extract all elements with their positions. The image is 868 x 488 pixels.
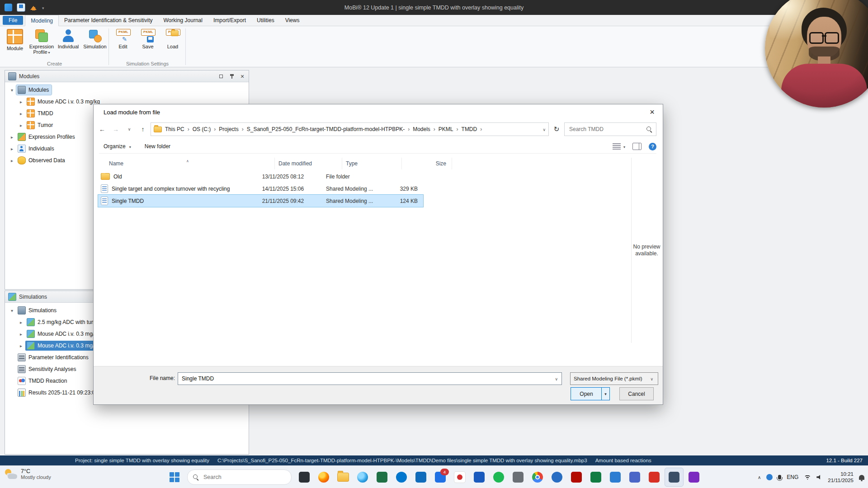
quick-save-icon[interactable] — [17, 3, 25, 12]
tree-item-modules-root[interactable]: Modules — [5, 84, 249, 96]
load-simulation-settings-button[interactable]: PKML Load — [160, 28, 185, 49]
chevron-expanded-icon[interactable] — [9, 308, 14, 313]
file-row-old[interactable]: Old 13/11/2025 08:12 File folder — [98, 170, 423, 183]
taskbar-app-q[interactable] — [685, 468, 703, 486]
chevron-collapsed-icon[interactable] — [19, 123, 24, 128]
wifi-icon[interactable] — [804, 474, 811, 480]
up-icon[interactable] — [137, 123, 149, 135]
individual-button[interactable]: Individual — [55, 28, 81, 56]
chevron-expanded-icon[interactable] — [9, 88, 14, 93]
taskbar-app-sheets[interactable] — [587, 468, 605, 486]
chevron-collapsed-icon[interactable] — [19, 320, 24, 325]
tab-modeling[interactable]: Modeling — [25, 15, 59, 26]
file-name-input[interactable] — [178, 375, 551, 382]
notification-bell-icon[interactable] — [859, 475, 864, 480]
quick-export-icon[interactable] — [30, 4, 38, 11]
tab-parameter-identification[interactable]: Parameter Identification & Sensitivity — [59, 15, 158, 26]
column-size[interactable]: Size — [402, 158, 452, 169]
language-indicator[interactable]: ENG — [787, 474, 798, 480]
quick-access-caret-icon[interactable] — [42, 5, 44, 11]
taskbar-app-phone-link[interactable]: 4 — [431, 468, 449, 486]
tab-file[interactable]: File — [3, 16, 23, 25]
chevron-collapsed-icon[interactable] — [19, 343, 24, 348]
dialog-search-box[interactable] — [564, 122, 656, 136]
back-icon[interactable] — [96, 123, 108, 135]
column-date-modified[interactable]: Date modified — [275, 158, 342, 169]
breadcrumb-pkml[interactable]: PKML — [435, 126, 457, 132]
chevron-collapsed-icon[interactable] — [9, 158, 14, 163]
panel-restore-icon[interactable] — [218, 74, 224, 79]
breadcrumb-os-c[interactable]: OS (C:) — [189, 126, 214, 132]
file-type-select[interactable]: Shared Modeling File (*.pkml) — [570, 372, 658, 385]
column-name[interactable]: Name — [98, 158, 275, 169]
open-split-dropdown-icon[interactable] — [601, 387, 610, 400]
help-icon[interactable] — [649, 143, 656, 150]
taskbar-app-firefox[interactable] — [315, 468, 333, 486]
taskbar-app-pdf[interactable] — [645, 468, 663, 486]
taskbar-app-edge[interactable] — [354, 468, 372, 486]
taskbar-app-excel[interactable] — [373, 468, 391, 486]
tab-working-journal[interactable]: Working Journal — [158, 15, 208, 26]
taskbar-app-blue[interactable] — [626, 468, 644, 486]
save-simulation-settings-button[interactable]: PKML Save — [136, 28, 160, 49]
tab-views[interactable]: Views — [280, 15, 305, 26]
simulation-button[interactable]: Simulation — [82, 28, 108, 56]
weather-widget[interactable]: 7°C Mostly cloudy — [5, 468, 51, 480]
forward-icon[interactable] — [110, 123, 122, 135]
dialog-close-icon[interactable] — [642, 105, 662, 119]
microphone-icon[interactable] — [778, 475, 781, 479]
taskbar-app-office[interactable] — [470, 468, 488, 486]
new-folder-button[interactable]: New folder — [140, 141, 175, 151]
chevron-collapsed-icon[interactable] — [19, 332, 24, 337]
tab-import-export[interactable]: Import/Export — [208, 15, 251, 26]
expression-profile-button[interactable]: Expression Profile — [28, 28, 55, 56]
taskbar-app-outlook[interactable] — [412, 468, 430, 486]
open-button[interactable]: Open — [571, 387, 602, 400]
taskbar-app-recording-active[interactable] — [665, 468, 684, 487]
dialog-search-input[interactable] — [568, 126, 644, 133]
module-button[interactable]: Module — [2, 28, 28, 56]
chevron-collapsed-icon[interactable] — [19, 111, 24, 116]
file-name-combobox[interactable] — [178, 372, 562, 385]
hidden-icons-chevron-icon[interactable] — [758, 474, 761, 480]
tab-utilities[interactable]: Utilities — [251, 15, 280, 26]
edit-simulation-settings-button[interactable]: PKML Edit — [111, 28, 135, 49]
file-row-single-tmdd-selected[interactable]: Single TMDD 21/11/2025 09:42 Shared Mode… — [98, 195, 423, 207]
cancel-button[interactable]: Cancel — [619, 387, 654, 400]
view-mode-button[interactable] — [613, 143, 625, 150]
taskbar-app-security[interactable] — [451, 468, 469, 486]
taskbar-app-file-explorer[interactable] — [334, 468, 352, 486]
panel-pin-icon[interactable] — [229, 74, 235, 79]
chevron-down-icon[interactable] — [551, 375, 561, 382]
breadcrumb-this-pc[interactable]: This PC — [162, 126, 188, 132]
preview-pane-divider[interactable] — [631, 158, 632, 343]
taskbar-clock[interactable]: 10:21 21/11/2025 — [828, 471, 854, 483]
taskbar-app-r[interactable] — [548, 468, 566, 486]
breadcrumb-project-folder[interactable]: S_Sanofi_P25-050_FcRn-target-TMDD-platfo… — [244, 126, 408, 132]
taskbar-app-spotify[interactable] — [490, 468, 508, 486]
breadcrumb-tmdd[interactable]: TMDD — [458, 126, 481, 132]
address-dropdown-icon[interactable] — [542, 126, 546, 132]
chevron-collapsed-icon[interactable] — [9, 135, 14, 140]
breadcrumb-models[interactable]: Models — [410, 126, 434, 132]
taskbar-app-camera[interactable] — [509, 468, 527, 486]
taskbar-search-input[interactable] — [203, 474, 286, 481]
taskbar-app-acrobat[interactable] — [567, 468, 585, 486]
tray-app-icon[interactable] — [766, 474, 773, 480]
recent-locations-icon[interactable] — [123, 123, 135, 135]
taskbar-app-terminal[interactable] — [295, 468, 313, 486]
taskbar-app-dell[interactable] — [392, 468, 410, 486]
volume-icon[interactable] — [816, 474, 822, 480]
chevron-collapsed-icon[interactable] — [9, 146, 14, 151]
breadcrumb[interactable]: This PC OS (C:) Projects S_Sanofi_P25-05… — [151, 122, 549, 136]
panel-close-icon[interactable] — [240, 74, 245, 79]
taskbar-app-photos[interactable] — [606, 468, 624, 486]
chevron-collapsed-icon[interactable] — [19, 99, 24, 104]
breadcrumb-projects[interactable]: Projects — [216, 126, 241, 132]
refresh-icon[interactable] — [551, 123, 562, 135]
start-button[interactable] — [165, 468, 184, 486]
taskbar-app-chrome[interactable] — [528, 468, 547, 486]
preview-pane-icon[interactable] — [632, 143, 642, 150]
file-row-single-target[interactable]: Single target and complex turnover with … — [98, 183, 423, 195]
column-type[interactable]: Type — [342, 158, 402, 169]
